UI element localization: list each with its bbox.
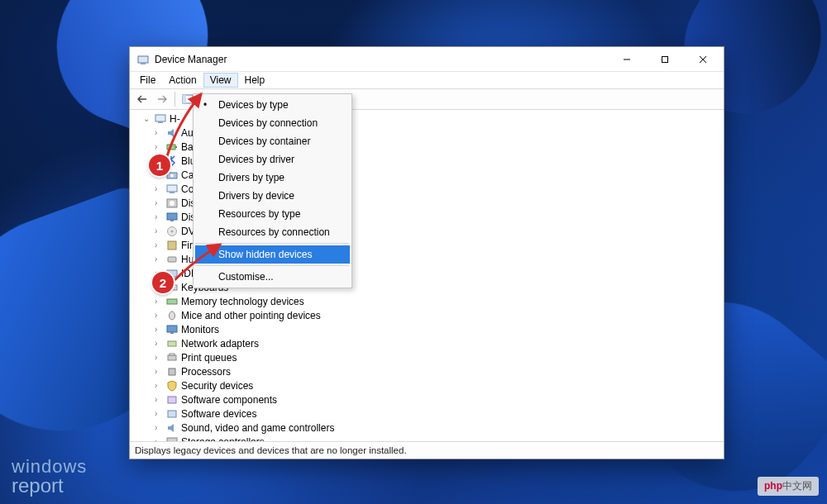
svg-rect-34 xyxy=(168,341,176,346)
svg-rect-36 xyxy=(170,354,174,355)
menu-view[interactable]: View xyxy=(203,73,238,88)
svg-rect-11 xyxy=(158,121,163,123)
view-menu-item-devices-by-driver[interactable]: Devices by driver xyxy=(195,150,350,169)
svg-rect-1 xyxy=(141,63,146,64)
svg-rect-38 xyxy=(168,397,176,403)
svg-rect-20 xyxy=(167,213,177,220)
menu-action[interactable]: Action xyxy=(162,73,203,88)
watermark-phpcn: php中文网 xyxy=(758,477,819,496)
expand-icon[interactable]: › xyxy=(155,423,165,432)
tree-item-label: Software components xyxy=(181,394,277,406)
maximize-button[interactable] xyxy=(646,47,684,72)
dvd-icon xyxy=(165,225,179,238)
view-menu-item-drivers-by-type[interactable]: Drivers by type xyxy=(195,169,350,187)
menu-item-label: Devices by container xyxy=(218,136,310,147)
expand-icon[interactable]: › xyxy=(155,128,165,137)
svg-rect-10 xyxy=(155,115,165,121)
tree-item-swcomp[interactable]: ›Software components xyxy=(135,392,724,407)
expand-icon[interactable]: › xyxy=(155,198,165,207)
svg-rect-30 xyxy=(167,299,177,304)
swdev-icon xyxy=(165,407,179,421)
menu-item-label: Devices by driver xyxy=(218,154,294,165)
menu-item-label: Resources by type xyxy=(218,208,300,220)
forward-button[interactable] xyxy=(153,90,171,108)
expand-icon[interactable]: › xyxy=(155,311,165,320)
expand-icon[interactable]: › xyxy=(155,240,165,250)
expand-icon[interactable]: › xyxy=(155,339,165,348)
close-button[interactable] xyxy=(684,47,722,72)
battery-icon xyxy=(165,140,179,154)
network-icon xyxy=(165,337,179,350)
statusbar-text: Displays legacy devices and devices that… xyxy=(135,445,407,455)
view-menu-item-show-hidden-devices[interactable]: Show hidden devices xyxy=(195,245,350,264)
back-button[interactable] xyxy=(133,90,151,108)
tree-item-memory[interactable]: ›Memory technology devices xyxy=(135,294,724,308)
minimize-button[interactable] xyxy=(608,47,646,72)
expand-icon[interactable]: › xyxy=(155,254,165,264)
svg-rect-32 xyxy=(167,326,177,332)
view-menu-item-devices-by-container[interactable]: Devices by container xyxy=(195,132,350,150)
tree-item-security[interactable]: ›Security devices xyxy=(135,378,724,392)
computer-icon xyxy=(153,112,168,126)
processor-icon xyxy=(165,365,179,378)
tree-item-label: Security devices xyxy=(181,380,253,392)
expand-icon[interactable]: › xyxy=(155,325,165,334)
tree-item-network[interactable]: ›Network adapters xyxy=(135,336,724,350)
menu-item-label: Show hidden devices xyxy=(218,249,312,260)
toolbar-separator xyxy=(174,92,175,107)
expand-icon[interactable]: › xyxy=(155,395,165,404)
svg-rect-12 xyxy=(167,145,175,150)
menu-item-label: Resources by connection xyxy=(218,226,330,238)
tree-item-monitor[interactable]: ›Monitors xyxy=(135,322,724,336)
svg-rect-17 xyxy=(170,192,174,193)
menu-separator xyxy=(196,265,349,266)
expand-icon[interactable]: › xyxy=(155,226,165,235)
view-menu-item-resources-by-type[interactable]: Resources by type xyxy=(195,205,350,223)
menu-file[interactable]: File xyxy=(133,73,162,88)
svg-rect-25 xyxy=(168,257,176,262)
view-menu-item-resources-by-connection[interactable]: Resources by connection xyxy=(195,223,350,241)
expand-icon[interactable]: › xyxy=(155,367,165,376)
tree-item-mouse[interactable]: ›Mice and other pointing devices xyxy=(135,308,724,322)
expand-icon[interactable]: › xyxy=(155,437,165,441)
sound-icon xyxy=(165,421,179,435)
svg-rect-13 xyxy=(175,146,177,148)
menu-help[interactable]: Help xyxy=(238,73,272,88)
tree-item-printqueue[interactable]: ›Print queues xyxy=(135,350,724,364)
display-icon xyxy=(165,211,179,224)
expand-icon[interactable]: › xyxy=(155,142,165,151)
disk-icon xyxy=(165,197,179,210)
expand-icon[interactable]: › xyxy=(155,212,165,221)
security-icon xyxy=(165,379,179,392)
expand-icon[interactable]: › xyxy=(155,409,165,418)
view-menu-item-drivers-by-device[interactable]: Drivers by device xyxy=(195,187,350,205)
tree-item-swdev[interactable]: ›Software devices xyxy=(135,407,724,421)
expand-icon[interactable]: › xyxy=(155,381,165,390)
expand-icon[interactable]: › xyxy=(155,184,165,193)
tree-item-processor[interactable]: ›Processors xyxy=(135,364,724,378)
tree-item-sound[interactable]: ›Sound, video and game controllers xyxy=(135,421,724,435)
tree-item-label: Processors xyxy=(181,366,231,378)
svg-point-19 xyxy=(170,201,174,206)
menu-item-label: Customise... xyxy=(218,271,274,283)
menu-separator xyxy=(196,243,349,244)
tree-item-label: Print queues xyxy=(181,352,237,364)
tree-item-label: Monitors xyxy=(181,324,219,335)
expand-icon[interactable]: › xyxy=(155,353,165,362)
app-icon xyxy=(136,53,150,66)
tree-item-label: Network adapters xyxy=(181,338,259,349)
view-menu-item-devices-by-type[interactable]: •Devices by type xyxy=(195,96,350,114)
svg-rect-7 xyxy=(183,95,186,103)
svg-point-31 xyxy=(170,311,175,320)
menu-item-label: Devices by connection xyxy=(218,117,318,129)
memory-icon xyxy=(165,295,179,308)
titlebar[interactable]: Device Manager xyxy=(130,47,724,72)
view-menu-item-customise[interactable]: Customise... xyxy=(195,268,350,286)
collapse-icon[interactable]: ⌄ xyxy=(143,114,153,123)
view-menu-item-devices-by-connection[interactable]: Devices by connection xyxy=(195,114,350,132)
tree-item-storage[interactable]: ›Storage controllers xyxy=(135,435,724,441)
svg-rect-3 xyxy=(662,56,668,62)
svg-rect-40 xyxy=(167,438,177,442)
watermark-windowsreport: windows report xyxy=(12,458,87,496)
expand-icon[interactable]: › xyxy=(155,297,165,306)
